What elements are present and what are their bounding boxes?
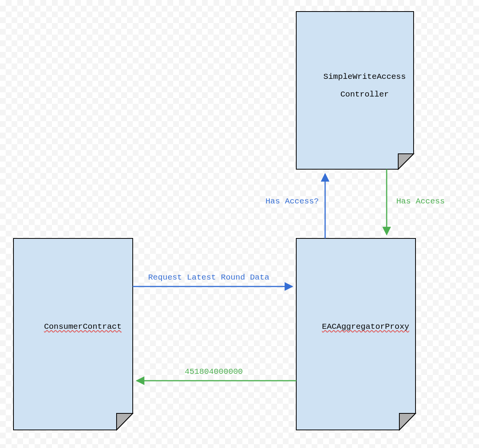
swac-label: SimpleWriteAccess Controller	[296, 63, 414, 108]
consumer-label: ConsumerContract	[13, 313, 133, 340]
consumer-label-text: ConsumerContract	[44, 322, 122, 331]
eac-label: EACAggregatorProxy	[296, 313, 416, 340]
eac-label-text: EACAggregatorProxy	[322, 322, 409, 331]
swac-label-line2: Controller	[340, 90, 389, 99]
edge-has-access-q-label: Has Access?	[265, 197, 319, 206]
edge-response-label: 451804000000	[185, 367, 243, 376]
edge-has-access-label: Has Access	[396, 197, 445, 206]
edge-request-label: Request Latest Round Data	[148, 273, 269, 282]
swac-label-line1: SimpleWriteAccess	[324, 72, 406, 81]
diagram-canvas: SimpleWriteAccess Controller EACAggregat…	[0, 0, 479, 448]
